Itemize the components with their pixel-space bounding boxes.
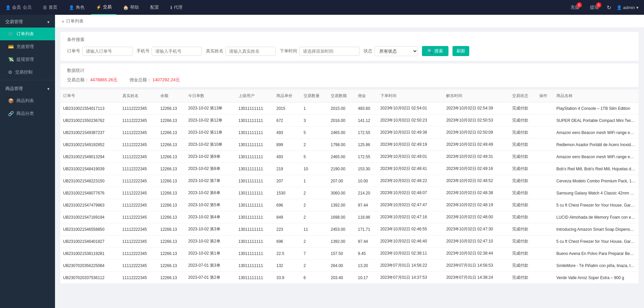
cell-today-count: 2023-10-02 第12单	[185, 115, 235, 127]
trade-section-header[interactable]: 交易管理 ▾	[0, 15, 55, 28]
cell-order-time: 2023年07月01日 14:56:22	[378, 260, 444, 272]
nav-agent-icon: ℹ	[170, 5, 172, 10]
status-select[interactable]: 所有状态	[374, 46, 418, 56]
refresh-action[interactable]: ↻	[607, 4, 611, 11]
sidebar-item-withdraw-mgmt[interactable]: 💸 提现管理	[0, 53, 55, 66]
cell-product-name: Samsung Galaxy Watch 4 Classic 42mm Smar…	[554, 187, 639, 199]
cell-commission: 97.44	[355, 199, 378, 211]
order-no-field: 订单号	[67, 47, 132, 56]
cell-parent-user: 13011111111	[236, 175, 274, 187]
cell-real-name: 11112222345	[120, 235, 158, 248]
order-time-input[interactable]	[299, 47, 360, 56]
withdraw-action[interactable]: 提现 0	[590, 4, 599, 10]
cell-op	[537, 139, 554, 151]
cell-op	[537, 248, 554, 260]
cell-order-no: UB2310021549387237	[60, 127, 120, 139]
nav-config[interactable]: 配置	[146, 0, 164, 15]
table-row: UB23100215540171131111222234512266.13202…	[60, 102, 639, 115]
cell-parent-user: 13011111111	[236, 235, 274, 248]
product-list-icon: 📦	[8, 98, 14, 103]
nav-menu: ☰ 首页 👤 角色 ⚡ 交易 🏠 帮助 配置 ℹ 代理	[38, 0, 571, 15]
cell-order-time: 2023年10月02日 02:48:41	[378, 163, 444, 175]
cell-product-name: Cerveza Modelo Combo Premium Pack, 12 Bo…	[554, 175, 639, 187]
cell-op	[537, 272, 554, 284]
cell-unit-price: 696	[274, 235, 301, 248]
cell-balance: 12266.13	[158, 248, 186, 260]
refresh-icon: ↻	[607, 4, 611, 11]
trade-total-value: 4478865.26元	[90, 77, 118, 82]
col-real-name: 真实姓名	[120, 90, 158, 102]
cell-today-count: 2023-10-02 第3单	[185, 223, 235, 235]
cell-balance: 12266.13	[158, 139, 186, 151]
cell-amount: 2465.00	[328, 127, 355, 139]
cell-balance: 12266.13	[158, 175, 186, 187]
cell-commission: 214.20	[355, 187, 378, 199]
nav-help[interactable]: 🏠 帮助	[118, 0, 144, 15]
nav-trade-icon: ⚡	[96, 5, 101, 10]
cell-amount: 2453.00	[328, 223, 355, 235]
withdraw-badge: 0	[596, 2, 601, 8]
cell-product-name: SUPER DEAL Portable Compact Mini Twin Tu…	[554, 115, 639, 127]
nav-help-label: 帮助	[130, 4, 139, 10]
cell-qty: 1	[301, 102, 328, 115]
cell-op	[537, 175, 554, 187]
cell-unit-price: 223	[274, 223, 301, 235]
cell-product-name: Bueno Avena En Polvo Para Preparar Bebid…	[554, 248, 639, 260]
commission-total-label: 佣金总额：	[129, 77, 151, 82]
nav-home[interactable]: ☰ 首页	[38, 0, 62, 15]
cell-balance: 12266.13	[158, 223, 186, 235]
cell-order-time: 2023年07月01日 14:37:53	[378, 272, 444, 284]
col-balance: 余额	[158, 90, 186, 102]
withdraw-mgmt-icon: 💸	[8, 57, 14, 62]
admin-person-icon: 👤	[616, 5, 622, 10]
cell-order-time: 2023年10月02日 02:49:38	[378, 127, 444, 139]
nav-trade[interactable]: ⚡ 交易	[91, 0, 116, 15]
cell-qty: 1	[301, 175, 328, 187]
cell-op	[537, 115, 554, 127]
order-no-input[interactable]	[82, 47, 132, 56]
cell-release-time: 2023年10月02日 02:49:16	[443, 163, 509, 175]
product-section-header[interactable]: 商品管理 ▾	[0, 82, 55, 94]
realname-input[interactable]	[225, 47, 276, 56]
sidebar-item-order-list[interactable]: 🛒 订单列表	[0, 28, 55, 40]
cell-unit-price: 1530	[274, 187, 301, 199]
cell-release-time: 2023年10月02日 02:48:19	[443, 199, 509, 211]
cell-qty: 2	[301, 211, 328, 223]
cell-today-count: 2023-10-02 第2单	[185, 235, 235, 248]
orders-table: 订单号 真实姓名 余额 今日单数 上级用户 商品单价 交易数量 交易数额 佣金 …	[60, 90, 639, 284]
cell-commission: 171.71	[355, 223, 378, 235]
search-button[interactable]: 🔍 搜索	[422, 46, 448, 56]
sidebar-item-product-category[interactable]: 🔗 商品分类	[0, 107, 55, 120]
cell-unit-price: 33.9	[274, 272, 301, 284]
cell-status: 完成付款	[509, 151, 537, 163]
cell-status: 完成付款	[509, 223, 537, 235]
col-parent-user: 上级用户	[236, 90, 274, 102]
nav-role-icon: 👤	[69, 5, 74, 10]
trade-section-label: 交易管理	[5, 19, 23, 25]
admin-chevron-icon: ▾	[636, 5, 639, 10]
nav-role[interactable]: 👤 角色	[64, 0, 89, 15]
refresh-btn-label: 刷新	[457, 48, 465, 53]
table-row: UB23100215381192811111222234512266.13202…	[60, 248, 639, 260]
cell-real-name: 11112222345	[120, 211, 158, 223]
cell-order-time: 2023年10月02日 02:46:55	[378, 223, 444, 235]
cell-release-time: 2023年10月02日 02:50:53	[443, 115, 509, 127]
cell-order-no: UB2310021546558850	[60, 223, 120, 235]
sidebar-item-trade-control[interactable]: ⚙ 交易控制	[0, 66, 55, 79]
cell-amount: 157.50	[328, 248, 355, 260]
member-label: 会员	[12, 4, 21, 10]
cell-status: 完成付款	[509, 248, 537, 260]
sidebar-item-product-list[interactable]: 📦 商品列表	[0, 94, 55, 107]
admin-menu[interactable]: 👤 admin ▾	[616, 5, 639, 10]
phone-input[interactable]	[152, 47, 202, 56]
nav-agent[interactable]: ℹ 代理	[166, 0, 187, 15]
sidebar-item-recharge-mgmt[interactable]: 💳 充值管理	[0, 40, 55, 53]
cell-op	[537, 127, 554, 139]
recharge-action[interactable]: 充值 0	[571, 4, 579, 10]
member-section[interactable]: 👤 会员 会员	[5, 4, 32, 10]
cell-qty: 2	[301, 235, 328, 248]
cell-parent-user: 13011111111	[236, 248, 274, 260]
cell-unit-price: 219	[274, 163, 301, 175]
refresh-button[interactable]: 刷新	[452, 46, 469, 56]
nav-trade-label: 交易	[103, 4, 112, 10]
